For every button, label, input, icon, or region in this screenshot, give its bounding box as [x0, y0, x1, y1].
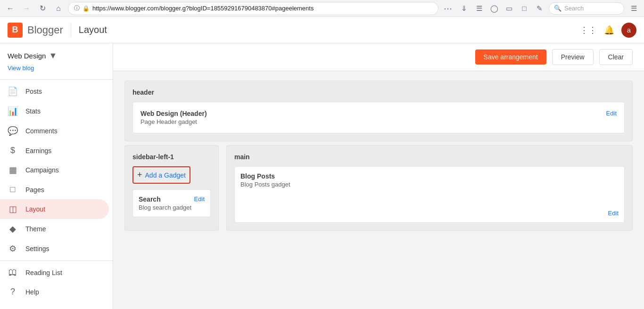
- grid-icon: ⋮⋮: [580, 25, 597, 35]
- reader-icon[interactable]: ▭: [503, 2, 516, 15]
- blog-posts-gadget: Blog Posts Blog Posts gadget Edit: [234, 166, 625, 223]
- settings-icon: ⚙: [8, 244, 18, 254]
- sidebar-item-stats[interactable]: 📊 Stats: [0, 101, 109, 121]
- sidebar-label-stats: Stats: [25, 107, 41, 115]
- view-blog-link[interactable]: View blog: [0, 65, 113, 77]
- app-title: Layout: [79, 24, 107, 35]
- search-icon: 🔍: [554, 5, 561, 12]
- save-arrangement-button[interactable]: Save arrangement: [475, 49, 546, 65]
- sidebar-item-posts[interactable]: 📄 Posts: [0, 81, 109, 101]
- sidebar-divider: [0, 79, 113, 80]
- header-icons: ⋮⋮ 🔔 a: [580, 22, 636, 39]
- search-gadget-header: Search Blog search gadget Edit: [139, 195, 205, 211]
- plus-icon: +: [137, 170, 142, 180]
- two-col-row: sidebar-left-1 + Add a Gadget Search Blo…: [124, 145, 633, 235]
- header-divider: [71, 24, 71, 37]
- campaign-icon: ▦: [8, 165, 18, 175]
- firefox-icon[interactable]: ◯: [487, 2, 501, 15]
- search-gadget-desc: Blog search gadget: [139, 204, 191, 211]
- sidebar-item-help[interactable]: ? Help: [0, 282, 109, 301]
- search-gadget-name: Search: [139, 195, 191, 203]
- blogger-logo: B: [8, 23, 23, 38]
- bell-icon: 🔔: [604, 25, 614, 35]
- sidebar-divider-2: [0, 260, 113, 261]
- library-icon[interactable]: ☰: [472, 2, 486, 15]
- search-edit-link[interactable]: Edit: [194, 195, 205, 203]
- download-icon[interactable]: ⇓: [457, 2, 471, 15]
- header-gadget-desc: Page Header gadget: [140, 118, 207, 125]
- help-icon: ?: [8, 287, 18, 297]
- preview-button[interactable]: Preview: [552, 49, 594, 65]
- header-gadget-header: Web Design (Header) Page Header gadget E…: [140, 110, 617, 125]
- home-button[interactable]: ⌂: [52, 2, 65, 15]
- more-button[interactable]: ⋯: [441, 2, 454, 15]
- avatar-letter: a: [627, 26, 631, 34]
- layout-canvas: header Web Design (Header) Page Header g…: [113, 71, 644, 252]
- sidebar-label-help: Help: [25, 288, 39, 296]
- header-section-title: header: [132, 89, 625, 96]
- blog-posts-gadget-desc: Blog Posts gadget: [240, 181, 619, 188]
- screenshot-icon[interactable]: □: [518, 2, 531, 15]
- content-area: Save arrangement Preview Clear header We…: [113, 43, 644, 309]
- main-section-title: main: [234, 153, 625, 161]
- sidebar-label-earnings: Earnings: [25, 147, 51, 154]
- grid-icon-button[interactable]: ⋮⋮: [580, 22, 597, 39]
- main-outer: main Blog Posts Blog Posts gadget Edit: [226, 145, 633, 231]
- layout-icon: ◫: [8, 204, 18, 214]
- sidebar-label-theme: Theme: [25, 225, 46, 233]
- url-text: https://www.blogger.com/blogger.g?blogID…: [92, 5, 432, 12]
- header-gadget-info: Web Design (Header) Page Header gadget: [140, 110, 207, 125]
- chart-icon: 📊: [8, 106, 18, 116]
- header-edit-link[interactable]: Edit: [606, 110, 617, 117]
- add-gadget-button[interactable]: + Add a Gadget: [132, 166, 190, 184]
- action-bar: Save arrangement Preview Clear: [113, 43, 644, 71]
- sidebar-item-settings[interactable]: ⚙ Settings: [0, 239, 109, 259]
- chevron-down-icon: ▼: [49, 51, 57, 61]
- header-outer-section: header Web Design (Header) Page Header g…: [124, 81, 633, 141]
- pages-icon: □: [8, 185, 18, 195]
- sidebar-item-campaigns[interactable]: ▦ Campaigns: [0, 160, 109, 180]
- sidebar-item-earnings[interactable]: $ Earnings: [0, 141, 109, 160]
- forward-button[interactable]: →: [20, 2, 33, 15]
- sidebar-item-theme[interactable]: ◆ Theme: [0, 219, 109, 239]
- sidebar-label-pages: Pages: [25, 186, 44, 194]
- theme-icon: ◆: [8, 224, 18, 234]
- pen-icon[interactable]: ✎: [533, 2, 546, 15]
- info-icon: ⓘ: [74, 4, 80, 12]
- back-button[interactable]: ←: [4, 2, 17, 15]
- sidebar-left-title: sidebar-left-1: [132, 153, 211, 161]
- blog-posts-edit-link[interactable]: Edit: [240, 210, 619, 217]
- sidebar-item-pages[interactable]: □ Pages: [0, 180, 109, 199]
- sidebar-item-reading-list[interactable]: 🕮 Reading List: [0, 263, 109, 282]
- sidebar-left-outer: sidebar-left-1 + Add a Gadget Search Blo…: [124, 145, 219, 231]
- sidebar-label-comments: Comments: [25, 127, 58, 135]
- blog-posts-gadget-footer: Edit: [240, 210, 619, 217]
- document-icon: 📄: [8, 86, 18, 97]
- clear-button[interactable]: Clear: [599, 49, 633, 65]
- blog-name: Web Design: [8, 52, 46, 60]
- reading-icon: 🕮: [8, 268, 18, 277]
- header-block: Web Design (Header) Page Header gadget E…: [132, 102, 625, 133]
- blog-selector[interactable]: Web Design ▼: [0, 47, 113, 65]
- sidebar-item-comments[interactable]: 💬 Comments: [0, 121, 109, 141]
- blog-posts-gadget-name: Blog Posts: [240, 172, 619, 180]
- avatar[interactable]: a: [621, 23, 636, 38]
- search-gadget: Search Blog search gadget Edit: [132, 189, 211, 217]
- search-gadget-info: Search Blog search gadget: [139, 195, 191, 211]
- main-layout: Web Design ▼ View blog 📄 Posts 📊 Stats 💬…: [0, 43, 644, 309]
- refresh-button[interactable]: ↻: [36, 2, 49, 15]
- sidebar-item-layout[interactable]: ◫ Layout: [0, 199, 109, 219]
- app-header: B Blogger Layout ⋮⋮ 🔔 a: [0, 17, 644, 43]
- address-bar[interactable]: ⓘ 🔒 https://www.blogger.com/blogger.g?bl…: [68, 2, 438, 15]
- sidebar-label-layout: Layout: [25, 205, 45, 213]
- browser-search-box[interactable]: 🔍 Search: [549, 2, 624, 15]
- hamburger-menu-button[interactable]: ☰: [627, 2, 640, 15]
- sidebar-label-settings: Settings: [25, 245, 50, 252]
- logo-letter: B: [12, 25, 18, 35]
- add-gadget-label: Add a Gadget: [145, 171, 186, 179]
- bell-icon-button[interactable]: 🔔: [601, 22, 618, 39]
- sidebar-label-posts: Posts: [25, 88, 42, 95]
- header-gadget-name: Web Design (Header): [140, 110, 207, 117]
- browser-toolbar-icons: ⇓ ☰ ◯ ▭ □ ✎: [457, 2, 546, 15]
- sidebar-label-reading-list: Reading List: [25, 269, 62, 276]
